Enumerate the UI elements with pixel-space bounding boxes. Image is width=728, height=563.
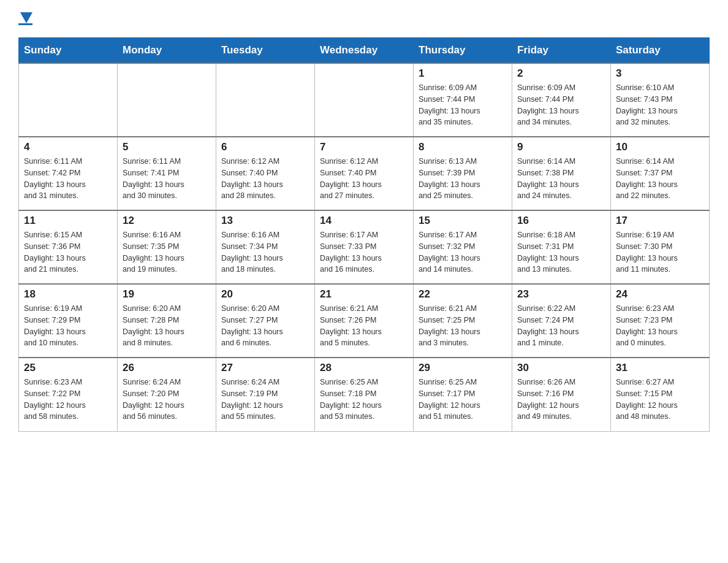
calendar-cell: 28Sunrise: 6:25 AMSunset: 7:18 PMDayligh… — [315, 358, 414, 431]
calendar-cell: 29Sunrise: 6:25 AMSunset: 7:17 PMDayligh… — [414, 358, 512, 431]
day-info: Sunrise: 6:21 AMSunset: 7:25 PMDaylight:… — [419, 303, 507, 349]
calendar-cell: 21Sunrise: 6:21 AMSunset: 7:26 PMDayligh… — [315, 284, 414, 358]
day-number: 23 — [517, 288, 605, 301]
calendar-cell: 12Sunrise: 6:16 AMSunset: 7:35 PMDayligh… — [118, 210, 216, 284]
day-info: Sunrise: 6:27 AMSunset: 7:15 PMDaylight:… — [616, 377, 704, 423]
day-number: 4 — [24, 141, 112, 153]
day-number: 24 — [616, 288, 704, 301]
weekday-header-wednesday: Wednesday — [315, 38, 414, 64]
day-number: 9 — [517, 141, 605, 153]
weekday-header-thursday: Thursday — [414, 38, 512, 64]
calendar-cell: 16Sunrise: 6:18 AMSunset: 7:31 PMDayligh… — [512, 210, 611, 284]
day-number: 14 — [320, 215, 408, 227]
day-info: Sunrise: 6:15 AMSunset: 7:36 PMDaylight:… — [24, 229, 112, 275]
day-info: Sunrise: 6:14 AMSunset: 7:37 PMDaylight:… — [616, 156, 704, 202]
day-number: 26 — [123, 362, 211, 374]
day-info: Sunrise: 6:25 AMSunset: 7:18 PMDaylight:… — [320, 377, 408, 423]
calendar-cell: 23Sunrise: 6:22 AMSunset: 7:24 PMDayligh… — [512, 284, 611, 358]
weekday-header-saturday: Saturday — [611, 38, 710, 64]
day-number: 30 — [517, 362, 605, 374]
calendar-cell: 22Sunrise: 6:21 AMSunset: 7:25 PMDayligh… — [414, 284, 512, 358]
day-info: Sunrise: 6:16 AMSunset: 7:34 PMDaylight:… — [221, 229, 309, 275]
calendar-cell: 8Sunrise: 6:13 AMSunset: 7:39 PMDaylight… — [414, 137, 512, 210]
day-number: 10 — [616, 141, 704, 153]
calendar-cell: 24Sunrise: 6:23 AMSunset: 7:23 PMDayligh… — [611, 284, 710, 358]
calendar-cell — [315, 63, 414, 137]
weekday-header-sunday: Sunday — [19, 38, 118, 64]
calendar-week-row: 4Sunrise: 6:11 AMSunset: 7:42 PMDaylight… — [19, 137, 710, 210]
day-info: Sunrise: 6:20 AMSunset: 7:27 PMDaylight:… — [221, 303, 309, 349]
day-info: Sunrise: 6:25 AMSunset: 7:17 PMDaylight:… — [419, 377, 507, 423]
calendar-week-row: 1Sunrise: 6:09 AMSunset: 7:44 PMDaylight… — [19, 63, 710, 137]
calendar-cell — [216, 63, 315, 137]
weekday-header-tuesday: Tuesday — [216, 38, 315, 64]
calendar-table: SundayMondayTuesdayWednesdayThursdayFrid… — [18, 37, 710, 432]
day-info: Sunrise: 6:12 AMSunset: 7:40 PMDaylight:… — [221, 156, 309, 202]
day-info: Sunrise: 6:19 AMSunset: 7:29 PMDaylight:… — [24, 303, 112, 349]
day-info: Sunrise: 6:14 AMSunset: 7:38 PMDaylight:… — [517, 156, 605, 202]
day-number: 5 — [123, 141, 211, 153]
day-info: Sunrise: 6:22 AMSunset: 7:24 PMDaylight:… — [517, 303, 605, 349]
calendar-cell: 1Sunrise: 6:09 AMSunset: 7:44 PMDaylight… — [414, 63, 512, 137]
day-info: Sunrise: 6:23 AMSunset: 7:23 PMDaylight:… — [616, 303, 704, 349]
day-number: 3 — [616, 67, 704, 80]
calendar-cell: 9Sunrise: 6:14 AMSunset: 7:38 PMDaylight… — [512, 137, 611, 210]
day-number: 17 — [616, 215, 704, 227]
day-number: 7 — [320, 141, 408, 153]
calendar-cell: 14Sunrise: 6:17 AMSunset: 7:33 PMDayligh… — [315, 210, 414, 284]
day-info: Sunrise: 6:16 AMSunset: 7:35 PMDaylight:… — [123, 229, 211, 275]
day-number: 27 — [221, 362, 309, 374]
calendar-cell: 5Sunrise: 6:11 AMSunset: 7:41 PMDaylight… — [118, 137, 216, 210]
calendar-cell: 10Sunrise: 6:14 AMSunset: 7:37 PMDayligh… — [611, 137, 710, 210]
day-number: 22 — [419, 288, 507, 301]
day-info: Sunrise: 6:24 AMSunset: 7:19 PMDaylight:… — [221, 377, 309, 423]
day-number: 2 — [517, 67, 605, 80]
day-number: 16 — [517, 215, 605, 227]
logo — [18, 12, 32, 25]
calendar-cell: 11Sunrise: 6:15 AMSunset: 7:36 PMDayligh… — [19, 210, 118, 284]
calendar-cell: 26Sunrise: 6:24 AMSunset: 7:20 PMDayligh… — [118, 358, 216, 431]
day-info: Sunrise: 6:26 AMSunset: 7:16 PMDaylight:… — [517, 377, 605, 423]
day-number: 15 — [419, 215, 507, 227]
day-info: Sunrise: 6:12 AMSunset: 7:40 PMDaylight:… — [320, 156, 408, 202]
day-info: Sunrise: 6:09 AMSunset: 7:44 PMDaylight:… — [419, 82, 507, 128]
calendar-week-row: 18Sunrise: 6:19 AMSunset: 7:29 PMDayligh… — [19, 284, 710, 358]
calendar-cell: 27Sunrise: 6:24 AMSunset: 7:19 PMDayligh… — [216, 358, 315, 431]
day-number: 6 — [221, 141, 309, 153]
day-number: 13 — [221, 215, 309, 227]
calendar-cell: 6Sunrise: 6:12 AMSunset: 7:40 PMDaylight… — [216, 137, 315, 210]
page-header — [18, 12, 710, 25]
day-number: 19 — [123, 288, 211, 301]
day-info: Sunrise: 6:21 AMSunset: 7:26 PMDaylight:… — [320, 303, 408, 349]
logo-underline — [18, 23, 32, 25]
day-info: Sunrise: 6:19 AMSunset: 7:30 PMDaylight:… — [616, 229, 704, 275]
calendar-cell: 20Sunrise: 6:20 AMSunset: 7:27 PMDayligh… — [216, 284, 315, 358]
calendar-cell: 30Sunrise: 6:26 AMSunset: 7:16 PMDayligh… — [512, 358, 611, 431]
day-info: Sunrise: 6:17 AMSunset: 7:33 PMDaylight:… — [320, 229, 408, 275]
day-info: Sunrise: 6:11 AMSunset: 7:42 PMDaylight:… — [24, 156, 112, 202]
calendar-cell: 25Sunrise: 6:23 AMSunset: 7:22 PMDayligh… — [19, 358, 118, 431]
calendar-week-row: 25Sunrise: 6:23 AMSunset: 7:22 PMDayligh… — [19, 358, 710, 431]
day-number: 31 — [616, 362, 704, 374]
day-info: Sunrise: 6:20 AMSunset: 7:28 PMDaylight:… — [123, 303, 211, 349]
calendar-cell: 13Sunrise: 6:16 AMSunset: 7:34 PMDayligh… — [216, 210, 315, 284]
day-info: Sunrise: 6:18 AMSunset: 7:31 PMDaylight:… — [517, 229, 605, 275]
day-number: 29 — [419, 362, 507, 374]
day-number: 21 — [320, 288, 408, 301]
day-number: 11 — [24, 215, 112, 227]
day-info: Sunrise: 6:09 AMSunset: 7:44 PMDaylight:… — [517, 82, 605, 128]
calendar-cell: 2Sunrise: 6:09 AMSunset: 7:44 PMDaylight… — [512, 63, 611, 137]
day-number: 18 — [24, 288, 112, 301]
day-number: 25 — [24, 362, 112, 374]
calendar-cell: 17Sunrise: 6:19 AMSunset: 7:30 PMDayligh… — [611, 210, 710, 284]
day-info: Sunrise: 6:11 AMSunset: 7:41 PMDaylight:… — [123, 156, 211, 202]
day-number: 28 — [320, 362, 408, 374]
day-info: Sunrise: 6:23 AMSunset: 7:22 PMDaylight:… — [24, 377, 112, 423]
calendar-cell — [118, 63, 216, 137]
calendar-cell: 3Sunrise: 6:10 AMSunset: 7:43 PMDaylight… — [611, 63, 710, 137]
day-info: Sunrise: 6:13 AMSunset: 7:39 PMDaylight:… — [419, 156, 507, 202]
day-info: Sunrise: 6:10 AMSunset: 7:43 PMDaylight:… — [616, 82, 704, 128]
calendar-cell: 7Sunrise: 6:12 AMSunset: 7:40 PMDaylight… — [315, 137, 414, 210]
day-number: 8 — [419, 141, 507, 153]
calendar-week-row: 11Sunrise: 6:15 AMSunset: 7:36 PMDayligh… — [19, 210, 710, 284]
